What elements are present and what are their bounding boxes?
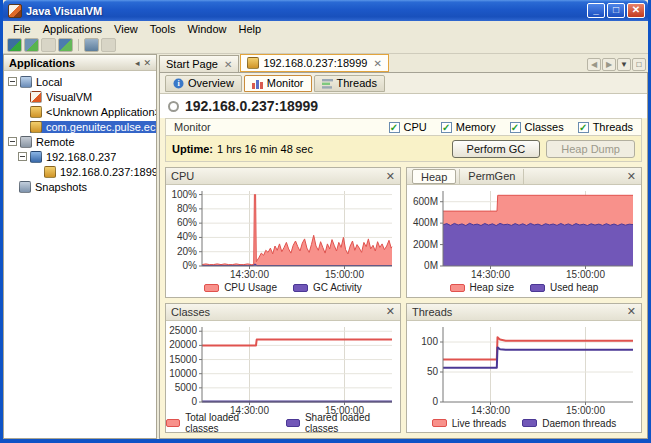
add-jmx-connection-icon[interactable] [24, 38, 39, 52]
tab-monitor[interactable]: Monitor [244, 75, 312, 92]
document-panel: i Overview Monitor Threads 192.168 [159, 72, 648, 439]
tab-monitored-application[interactable]: 192.168.0.237:18999 ✕ [240, 54, 388, 72]
menu-window[interactable]: Window [181, 23, 232, 35]
checkbox-memory[interactable]: ✓Memory [441, 121, 496, 133]
menu-help[interactable]: Help [233, 23, 268, 35]
tab-permgen[interactable]: PermGen [459, 169, 524, 184]
tab-start-page[interactable]: Start Page ✕ [159, 55, 239, 72]
svg-text:15:00:00: 15:00:00 [566, 405, 605, 416]
checkbox-classes[interactable]: ✓Classes [510, 121, 564, 133]
cpu-chart: 14:30:0015:00:000%20%40%60%80%100% [166, 185, 400, 281]
take-thread-dump-icon[interactable] [41, 38, 56, 52]
legend-swatch [522, 419, 537, 427]
tree-item-visualvm[interactable]: VisualVM [4, 89, 156, 104]
svg-text:100: 100 [421, 336, 438, 347]
tree-item-remote[interactable]: Remote [4, 134, 156, 149]
tree-item-genuitec-launcher[interactable]: com.genuitec.pulse.eclipse.launcher.M [4, 119, 156, 134]
scroll-tabs-left-icon[interactable]: ◀ [587, 58, 601, 71]
tab-list-dropdown-icon[interactable]: ▼ [617, 58, 631, 71]
menu-file[interactable]: File [7, 23, 37, 35]
checkbox-threads[interactable]: ✓Threads [578, 121, 633, 133]
heap-chart: 14:30:0015:00:000M200M400M600M [407, 185, 641, 281]
cpu-legend: CPU Usage GC Activity [166, 281, 400, 297]
take-heap-dump-icon[interactable] [58, 38, 73, 52]
classes-chart-panel: Classes ✕ 14:30:0015:00:0005000100001500… [165, 303, 401, 434]
load-snapshot-icon[interactable] [84, 38, 99, 52]
svg-text:0%: 0% [183, 260, 198, 271]
minimize-sidebar-icon[interactable]: ◂ [133, 58, 142, 68]
maximize-button[interactable]: □ [607, 3, 625, 18]
legend-swatch [530, 284, 545, 292]
classes-legend: Total loaded classes Shared loaded class… [166, 416, 400, 432]
close-tab-icon[interactable]: ✕ [373, 58, 381, 69]
cpu-chart-panel: CPU ✕ 14:30:0015:00:000%20%40%60%80%100%… [165, 167, 401, 298]
threads-chart: 14:30:0015:00:00050100 [407, 321, 641, 417]
collapse-icon[interactable] [8, 77, 17, 86]
close-panel-icon[interactable]: ✕ [627, 305, 636, 318]
svg-text:100%: 100% [171, 189, 197, 200]
close-panel-icon[interactable]: ✕ [386, 170, 395, 183]
close-button[interactable]: ✕ [627, 3, 645, 18]
tree-item-remote-host[interactable]: 192.168.0.237 [4, 149, 156, 164]
applications-tree: Local VisualVM <Unknown Application> (pi… [4, 71, 156, 438]
menu-applications[interactable]: Applications [37, 23, 108, 35]
menu-tools[interactable]: Tools [144, 23, 182, 35]
threads-panel-header: Threads ✕ [407, 304, 641, 321]
status-spinner-icon [168, 101, 179, 112]
minimize-button[interactable]: _ [587, 3, 605, 18]
visualvm-app-icon [8, 4, 22, 18]
maximize-view-icon[interactable]: □ [632, 58, 646, 71]
perform-gc-button[interactable]: Perform GC [452, 140, 541, 158]
collapse-icon[interactable] [8, 137, 17, 146]
svg-text:5000: 5000 [175, 381, 198, 392]
collapse-icon[interactable] [18, 152, 27, 161]
application-window: Java VisualVM _ □ ✕ File Applications Vi… [0, 0, 651, 443]
checkbox-icon[interactable]: ✓ [389, 122, 400, 133]
svg-text:15000: 15000 [169, 353, 197, 364]
checkbox-icon[interactable]: ✓ [441, 122, 452, 133]
threads-legend: Live threads Daemon threads [407, 416, 641, 432]
document-tab-strip: Start Page ✕ 192.168.0.237:18999 ✕ ◀ ▶ ▼… [159, 54, 648, 72]
close-panel-icon[interactable]: ✕ [627, 170, 636, 183]
close-tab-icon[interactable]: ✕ [224, 59, 232, 70]
checkbox-icon[interactable]: ✓ [510, 122, 521, 133]
checkbox-icon[interactable]: ✓ [578, 122, 589, 133]
tree-item-snapshots[interactable]: Snapshots [4, 179, 156, 194]
legend-swatch [450, 284, 465, 292]
legend-swatch [166, 419, 180, 427]
tree-item-remote-application[interactable]: 192.168.0.237:18999 [4, 164, 156, 179]
computer-icon [20, 76, 32, 88]
sidebar-title: Applications [9, 57, 133, 69]
java-app-icon [30, 121, 42, 133]
save-snapshot-icon[interactable] [101, 38, 116, 52]
view-subtabs: i Overview Monitor Threads [160, 73, 647, 94]
cpu-panel-title: CPU [171, 170, 386, 182]
close-panel-icon[interactable]: ✕ [386, 305, 395, 318]
legend-swatch [293, 284, 308, 292]
monitor-header: Monitor ✓CPU ✓Memory ✓Classes ✓Threads [165, 118, 642, 136]
monitor-section: Monitor ✓CPU ✓Memory ✓Classes ✓Threads U… [160, 118, 647, 438]
add-remote-host-icon[interactable] [7, 38, 22, 52]
classes-panel-title: Classes [171, 306, 386, 318]
menu-bar: File Applications View Tools Window Help [3, 21, 648, 36]
metric-checkbox-group: ✓CPU ✓Memory ✓Classes ✓Threads [389, 121, 633, 133]
close-sidebar-icon[interactable]: ✕ [141, 58, 153, 68]
tab-overview[interactable]: i Overview [165, 75, 242, 92]
scroll-tabs-right-icon[interactable]: ▶ [602, 58, 616, 71]
svg-text:15:00:00: 15:00:00 [325, 405, 364, 416]
cpu-panel-header: CPU ✕ [166, 168, 400, 185]
svg-text:20%: 20% [177, 246, 197, 257]
checkbox-cpu[interactable]: ✓CPU [389, 121, 427, 133]
uptime-value: 1 hrs 16 min 48 sec [217, 143, 446, 155]
title-bar: Java VisualVM _ □ ✕ [3, 0, 648, 21]
legend-swatch [204, 284, 219, 292]
svg-text:14:30:00: 14:30:00 [471, 269, 510, 280]
svg-text:10000: 10000 [169, 367, 197, 378]
svg-text:15:00:00: 15:00:00 [566, 269, 605, 280]
tab-heap[interactable]: Heap [412, 169, 456, 184]
tree-item-unknown-application[interactable]: <Unknown Application> (pid 1280) [4, 104, 156, 119]
tab-threads[interactable]: Threads [314, 75, 385, 92]
heap-dump-button[interactable]: Heap Dump [546, 140, 635, 158]
tree-item-local[interactable]: Local [4, 74, 156, 89]
menu-view[interactable]: View [108, 23, 144, 35]
